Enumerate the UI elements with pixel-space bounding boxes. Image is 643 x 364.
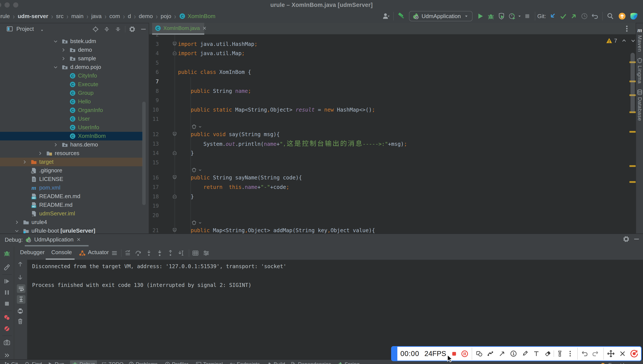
eraser-tool-icon[interactable] xyxy=(543,349,552,358)
statusbar-item-git[interactable]: Git xyxy=(2,360,20,364)
scroll-to-end-icon[interactable] xyxy=(17,295,26,304)
code-line-11[interactable]: 11 xyxy=(149,114,636,124)
lingma-icon[interactable] xyxy=(191,124,197,130)
code-line-9[interactable]: 9 xyxy=(149,96,636,105)
tree-item-udmserver-iml[interactable]: udmServer.iml xyxy=(0,209,149,218)
tree-item-readme-en-md[interactable]: MDREADME.en.md xyxy=(0,192,149,201)
tree-item-sample[interactable]: sample xyxy=(0,54,149,63)
more-tools-icon[interactable] xyxy=(566,349,574,358)
breadcrumb-item[interactable]: udm-server xyxy=(18,13,48,20)
breadcrumb-item[interactable]: main xyxy=(71,13,83,20)
breadcrumb-item[interactable]: d xyxy=(128,13,131,20)
tree-item-group[interactable]: CGroup xyxy=(0,89,149,97)
recorder-pause-button[interactable] xyxy=(460,349,469,358)
hide-panel-icon[interactable] xyxy=(140,26,147,33)
move-tool-icon[interactable] xyxy=(606,349,615,358)
statusbar-item-run[interactable]: Run xyxy=(45,360,66,364)
debug-button[interactable] xyxy=(486,12,496,21)
thread-dump-camera-icon[interactable] xyxy=(3,338,11,347)
run-button[interactable] xyxy=(475,12,486,21)
tree-item-urule-boot[interactable]: uRule-boot [uruleServer] xyxy=(0,226,149,234)
locate-file-button[interactable] xyxy=(92,26,99,33)
inspections-widget[interactable]: 7 xyxy=(606,38,636,44)
mute-breakpoints-icon[interactable] xyxy=(3,324,11,333)
force-step-into-icon[interactable] xyxy=(156,249,164,257)
tree-item-urule4[interactable]: urule4 xyxy=(0,218,149,226)
chevron-down-icon[interactable] xyxy=(14,228,20,234)
tree-item--gitignore[interactable]: .gitignore xyxy=(0,166,149,175)
code-line-12[interactable]: 12 public void say(String msg){ xyxy=(149,130,636,139)
user-icon[interactable] xyxy=(381,12,391,21)
record-logo-icon[interactable] xyxy=(630,349,638,358)
show-execution-point-icon[interactable] xyxy=(124,249,132,257)
prev-occurrence-icon[interactable] xyxy=(16,260,25,268)
editor[interactable]: 23import java.util.HashMap;4import java.… xyxy=(149,23,636,234)
tree-item-readme-md[interactable]: MDREADME.md xyxy=(0,201,149,209)
code-line-6[interactable]: 6public class XomInBom { xyxy=(149,68,636,77)
next-occurrence-icon[interactable] xyxy=(16,273,25,282)
caret-down-icon[interactable] xyxy=(40,28,44,32)
polyline-tool-icon[interactable] xyxy=(486,349,495,358)
warning-stripe-mark[interactable] xyxy=(629,181,636,183)
debug-tab-debugger[interactable]: Debugger xyxy=(20,249,45,256)
code-line-7[interactable]: 7 xyxy=(149,77,636,86)
tree-item-hello[interactable]: CHello xyxy=(0,97,149,106)
text-tool-icon[interactable] xyxy=(532,349,541,358)
print-icon[interactable] xyxy=(16,307,25,315)
tree-item-d-demo-pojo[interactable]: d.demo.pojo xyxy=(0,63,149,72)
gear-icon[interactable] xyxy=(129,26,136,33)
recorder-drag-handle[interactable] xyxy=(392,346,397,361)
tree-item-user[interactable]: CUser xyxy=(0,114,149,123)
rollback-icon[interactable] xyxy=(589,12,600,21)
tree-item-resources[interactable]: resources xyxy=(0,149,149,158)
breadcrumb-item[interactable]: src xyxy=(56,13,64,20)
pencil-tool-icon[interactable] xyxy=(521,349,529,358)
breadcrumb-item[interactable]: pojo xyxy=(161,13,171,20)
statusbar-item-dependencies[interactable]: Dependencies xyxy=(289,360,333,364)
tree-item-hans-demo[interactable]: hans.demo xyxy=(0,140,149,149)
tree-item-target[interactable]: target xyxy=(0,158,149,166)
editor-scrollbar[interactable] xyxy=(630,53,635,113)
git-push-icon[interactable] xyxy=(568,12,579,21)
console-output[interactable]: Disconnected from the target VM, address… xyxy=(27,260,643,360)
undo-icon[interactable] xyxy=(580,349,589,358)
debug-tab-console[interactable]: Console xyxy=(51,249,72,256)
profiler-dropdown-icon[interactable] xyxy=(517,14,522,18)
statusbar-item-todo[interactable]: TODO xyxy=(99,360,126,364)
pause-program-icon[interactable] xyxy=(3,288,11,297)
tree-item-userinfo[interactable]: CUserInfo xyxy=(0,123,149,132)
breadcrumb-item[interactable]: demo xyxy=(139,13,153,20)
collapse-all-button[interactable] xyxy=(114,26,122,33)
statusbar-event-log[interactable]: Event Log xyxy=(600,361,631,364)
code-line-18[interactable]: 18 } xyxy=(149,192,636,202)
editor-tab-xominbom[interactable]: C XomInBom.java xyxy=(152,23,204,34)
lingma-icon[interactable] xyxy=(191,167,197,173)
layout-settings-icon[interactable] xyxy=(110,249,119,257)
code-line-14[interactable]: 14 } xyxy=(149,148,636,158)
search-everywhere-icon[interactable] xyxy=(605,12,615,21)
statusbar-item-spring[interactable]: Spring xyxy=(335,360,362,364)
build-hammer-icon[interactable] xyxy=(396,12,406,21)
coverage-button[interactable] xyxy=(496,12,507,21)
breadcrumb-item[interactable]: com xyxy=(110,13,120,20)
close-icon[interactable] xyxy=(76,237,81,242)
code-line-13[interactable]: 13 System.out.println(name+",----->:"+ms… xyxy=(149,139,636,148)
arrow-tool-icon[interactable] xyxy=(498,349,506,358)
stop-button[interactable] xyxy=(522,12,533,21)
code-line-10[interactable]: 10 public static Map<String,Object> resu… xyxy=(149,105,636,114)
lingma-icon[interactable] xyxy=(191,220,197,226)
tool-stripe-lingma[interactable]: Lingma xyxy=(636,57,643,84)
kebab-menu-icon[interactable] xyxy=(623,25,630,32)
close-tool-icon[interactable] xyxy=(618,349,627,358)
statusbar-item-build[interactable]: Build xyxy=(264,360,287,364)
expand-all-button[interactable] xyxy=(103,26,110,33)
chevron-right-icon[interactable] xyxy=(53,142,58,147)
ide-update-icon[interactable] xyxy=(617,12,627,21)
breadcrumb-item[interactable]: urule xyxy=(0,13,10,20)
resume-program-icon[interactable] xyxy=(3,277,11,286)
number-tool-icon[interactable]: 1 xyxy=(509,349,518,358)
tree-item-license[interactable]: LICENSE xyxy=(0,175,149,184)
tree-item-pom-xml[interactable]: mpom.xml xyxy=(0,184,149,192)
prev-warning-icon[interactable] xyxy=(621,38,627,44)
code-line-3[interactable]: 3import java.util.HashMap; xyxy=(149,40,636,49)
